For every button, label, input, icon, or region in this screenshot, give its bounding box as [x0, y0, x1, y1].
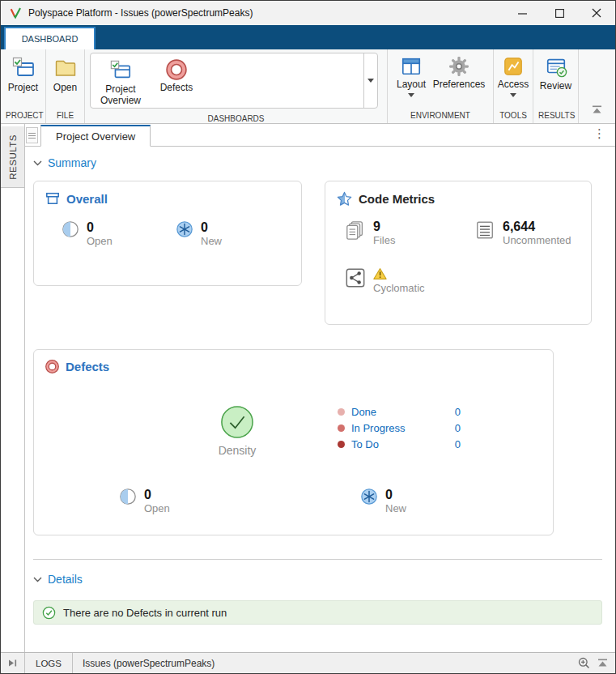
density-label: Density: [201, 444, 274, 459]
layout-button[interactable]: Layout: [393, 51, 430, 110]
project-overview-button[interactable]: Project Overview: [94, 54, 147, 107]
overall-card-title: Overall: [45, 191, 290, 206]
dashboard-scroll-area: Summary Overall: [25, 147, 615, 652]
in-progress-value[interactable]: 0: [455, 422, 461, 434]
asterisk-circle-icon: [176, 220, 193, 238]
main-area: RESULTS Project Overview ⋮ Summary: [1, 124, 615, 652]
no-defects-banner: There are no Defects in current run: [33, 600, 602, 625]
gallery-dropdown-button[interactable]: [363, 53, 377, 108]
summary-section-header[interactable]: Summary: [33, 156, 602, 169]
stacked-pages-icon: [345, 220, 366, 241]
close-button[interactable]: [578, 1, 615, 25]
in-progress-bullet-icon: [338, 424, 345, 432]
uncommented-label: Uncommented: [503, 234, 571, 247]
defects-new-label: New: [385, 502, 406, 515]
project-button[interactable]: Project: [2, 51, 44, 110]
legend-row-to-do[interactable]: To Do 0: [338, 436, 461, 452]
done-label: Done: [351, 406, 455, 418]
tab-drag-handle[interactable]: [26, 127, 38, 143]
overall-card: Overall 0 Open: [33, 181, 302, 286]
chevron-down-icon[interactable]: [408, 93, 414, 97]
ribbon: Project PROJECT Open FILE: [1, 49, 615, 124]
overall-open-stat[interactable]: 0 Open: [62, 220, 176, 249]
done-bullet-icon: [338, 408, 345, 416]
warning-triangle-icon: [373, 267, 387, 280]
title-bar: Polyspace Platform - Issues (powerSpectr…: [1, 1, 615, 25]
defect-density-widget[interactable]: Density: [201, 405, 274, 459]
done-value[interactable]: 0: [455, 406, 461, 418]
gear-icon: [448, 56, 469, 77]
chevron-down-icon: [33, 577, 42, 582]
group-label-results: RESULTS: [533, 110, 578, 123]
open-button[interactable]: Open: [48, 51, 83, 110]
zoom-in-button[interactable]: [578, 657, 590, 669]
defects-status-legend: Done 0 In Progress 0 To Do 0: [338, 403, 461, 452]
defects-open-label: Open: [144, 502, 170, 515]
tab-strip-menu-icon[interactable]: ⋮: [593, 127, 605, 139]
chevron-down-icon: [367, 79, 374, 83]
collapse-up-icon: [597, 659, 608, 668]
preferences-button[interactable]: Preferences: [430, 51, 488, 110]
collapse-panel-button[interactable]: [597, 659, 608, 668]
legend-row-done[interactable]: Done 0: [338, 403, 461, 420]
share-graph-icon: [345, 267, 366, 288]
sidebar-tab-results[interactable]: RESULTS: [1, 126, 24, 188]
group-label-tools: TOOLS: [494, 110, 533, 123]
defects-dashboard-button[interactable]: Defects: [154, 54, 199, 107]
files-label: Files: [373, 234, 395, 247]
minimize-button[interactable]: [503, 1, 541, 25]
half-circle-icon: [119, 488, 137, 506]
defects-new-value: 0: [385, 488, 406, 502]
ribbon-group-tools: Access TOOLS: [494, 49, 533, 123]
dashboards-gallery: Project Overview Defects: [90, 53, 378, 109]
tab-project-overview[interactable]: Project Overview: [40, 125, 151, 147]
layout-grid-icon: [401, 56, 422, 77]
code-metrics-card-title: Code Metrics: [337, 191, 580, 207]
overall-open-label: Open: [87, 235, 113, 248]
files-stat[interactable]: 9 Files: [345, 220, 474, 248]
document-lines-icon: [474, 220, 495, 241]
ribbon-group-project: Project PROJECT: [1, 49, 46, 123]
to-do-value[interactable]: 0: [455, 438, 461, 450]
statusbar-document-tab[interactable]: Issues (powerSpectrumPeaks): [73, 658, 578, 669]
legend-row-in-progress[interactable]: In Progress 0: [338, 420, 461, 436]
to-do-bullet-icon: [338, 441, 345, 448]
uncommented-stat[interactable]: 6,644 Uncommented: [474, 220, 571, 248]
document-tab-strip: Project Overview ⋮: [25, 124, 615, 147]
defects-ring-icon: [45, 360, 59, 373]
maximize-icon: [555, 9, 564, 18]
expand-panel-button[interactable]: [1, 653, 25, 673]
review-button[interactable]: Review: [535, 51, 576, 110]
tab-dashboard[interactable]: DASHBOARD: [4, 27, 96, 49]
defects-new-stat[interactable]: 0 New: [360, 488, 406, 516]
group-label-file: FILE: [46, 110, 84, 123]
ribbon-group-environment: Layout: [388, 49, 494, 123]
review-icon: [545, 56, 567, 79]
defects-ring-icon: [166, 59, 187, 80]
half-circle-icon: [62, 220, 79, 238]
ribbon-collapse-button[interactable]: [592, 103, 602, 117]
details-section-label: Details: [48, 573, 83, 586]
project-overview-icon: [109, 59, 132, 82]
maximize-button[interactable]: [541, 1, 578, 25]
access-chart-icon: [503, 56, 524, 77]
archive-box-icon: [45, 191, 60, 206]
logs-tab[interactable]: LOGS: [25, 653, 73, 673]
details-section-header[interactable]: Details: [33, 573, 602, 586]
summary-cards-row: Overall 0 Open: [33, 181, 602, 325]
green-check-circle-icon: [42, 606, 56, 620]
ribbon-group-dashboards: Project Overview Defects: [85, 49, 388, 123]
code-metrics-card: Code Metrics: [325, 181, 592, 325]
ribbon-group-results: Review RESULTS: [533, 49, 579, 123]
cyclomatic-label: Cyclomatic: [373, 282, 425, 295]
window-title: Polyspace Platform - Issues (powerSpectr…: [28, 7, 503, 19]
summary-section-label: Summary: [48, 156, 96, 169]
left-dock-strip: RESULTS: [1, 124, 25, 652]
access-button[interactable]: Access: [495, 51, 531, 110]
cyclomatic-stat[interactable]: Cyclomatic: [345, 267, 425, 295]
defects-open-stat[interactable]: 0 Open: [119, 488, 170, 516]
defects-card-title: Defects: [45, 360, 542, 373]
defects-open-value: 0: [144, 488, 170, 502]
overall-new-stat[interactable]: 0 New: [176, 220, 290, 249]
chevron-down-icon[interactable]: [510, 93, 516, 97]
